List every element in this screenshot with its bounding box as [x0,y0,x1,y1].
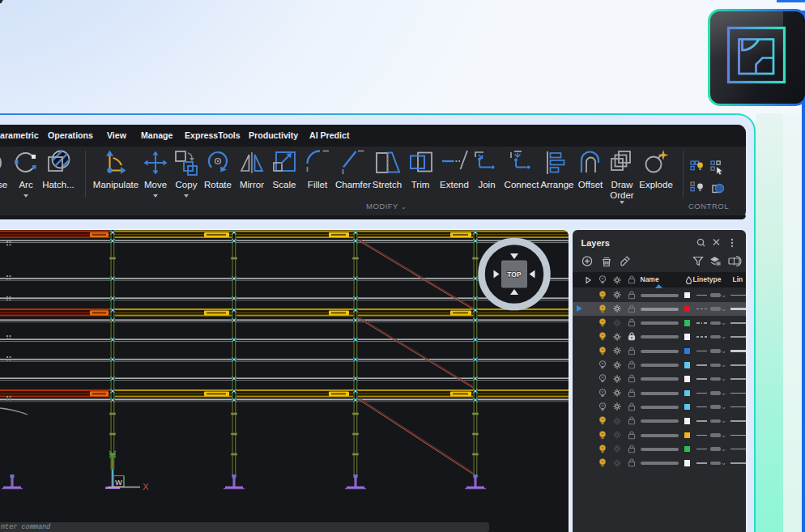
svg-text:W: W [115,479,122,487]
svg-text:TOP: TOP [507,270,522,279]
svg-text:X: X [143,482,149,492]
